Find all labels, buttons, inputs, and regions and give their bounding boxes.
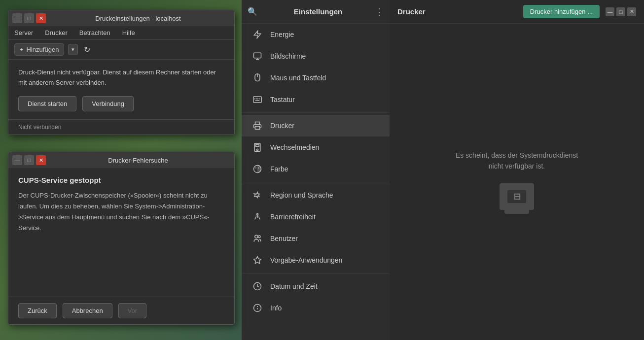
sidebar-item-wechselmedien[interactable]: Wechselmedien xyxy=(242,136,390,158)
svg-marker-22 xyxy=(254,257,261,264)
print-settings-window: — □ ✕ Druckeinstellungen - localhost Ser… xyxy=(8,10,235,135)
tastatur-icon xyxy=(251,94,263,105)
sidebar-item-bildschirme[interactable]: Bildschirme xyxy=(242,45,390,67)
sidebar-item-datum[interactable]: Datum und Zeit xyxy=(242,275,390,297)
print-settings-close[interactable]: ✕ xyxy=(36,13,46,23)
svg-point-15 xyxy=(256,149,258,150)
farbe-icon xyxy=(251,163,263,175)
sidebar-item-farbe[interactable]: Farbe xyxy=(242,158,390,180)
sidebar-item-label-wechselmedien: Wechselmedien xyxy=(270,143,319,151)
sidebar-item-maus[interactable]: Maus und Tastfeld xyxy=(242,67,390,89)
benutzer-icon xyxy=(251,233,263,244)
printer-empty-text: Es scheint, dass der Systemdruckdienst n… xyxy=(456,150,578,172)
settings-menu-icon[interactable]: ⋮ xyxy=(375,6,384,17)
svg-marker-0 xyxy=(254,31,261,38)
print-settings-minimize[interactable]: — xyxy=(12,13,22,23)
printer-close-button[interactable]: ✕ xyxy=(627,7,636,16)
nav-divider-1 xyxy=(242,112,390,113)
error-search-minimize[interactable]: — xyxy=(12,155,22,165)
error-search-title: Drucker-Fehlersuche xyxy=(46,157,230,164)
print-settings-title: Druckeinstellungen - localhost xyxy=(46,15,230,22)
print-settings-statusbar: Nicht verbunden xyxy=(8,119,234,135)
bildschirme-icon xyxy=(251,50,263,62)
sidebar-item-benutzer[interactable]: Benutzer xyxy=(242,228,390,249)
svg-point-21 xyxy=(258,236,261,238)
svg-point-18 xyxy=(258,168,259,169)
search-icon[interactable]: 🔍 xyxy=(248,7,257,16)
printer-window-controls: — □ ✕ xyxy=(606,7,636,16)
region-icon xyxy=(251,189,263,201)
print-settings-maximize[interactable]: □ xyxy=(24,13,34,23)
settings-nav: Energie Bildschirme Maus und Tastfeld Ta… xyxy=(242,24,390,340)
sidebar-item-label-tastatur: Tastatur xyxy=(270,96,295,103)
printer-maximize-button[interactable]: □ xyxy=(616,7,625,16)
dienst-starten-button[interactable]: Dienst starten xyxy=(18,96,76,111)
toolbar-add-button[interactable]: + Hinzufügen xyxy=(14,43,64,56)
printer-error-icon: ⊟ xyxy=(500,183,534,214)
nav-divider-3 xyxy=(242,273,390,273)
error-description: Der CUPS-Drucker-Zwischenspeicher (»Spoo… xyxy=(18,190,224,234)
energie-icon xyxy=(251,29,263,40)
printer-icon-base xyxy=(504,210,529,214)
print-settings-window-controls: — □ ✕ xyxy=(12,13,46,23)
wechselmedien-icon xyxy=(251,141,263,153)
sidebar-item-label-region: Region und Sprache xyxy=(270,191,333,199)
sidebar-item-label-bildschirme: Bildschirme xyxy=(270,52,306,60)
svg-rect-6 xyxy=(253,97,262,102)
printer-header: Drucker Drucker hinzufügen ... — □ ✕ xyxy=(390,0,644,24)
svg-point-20 xyxy=(255,235,258,238)
svg-rect-12 xyxy=(255,127,260,130)
sidebar-item-label-drucker: Drucker xyxy=(270,122,294,130)
svg-rect-1 xyxy=(254,53,261,58)
vorgabe-icon xyxy=(251,254,263,266)
error-search-maximize[interactable]: □ xyxy=(24,155,34,165)
error-window-footer: Zurück Abbrechen Vor xyxy=(8,297,234,324)
sidebar-item-region[interactable]: Region und Sprache xyxy=(242,184,390,206)
nav-divider-2 xyxy=(242,182,390,182)
error-search-window: — □ ✕ Drucker-Fehlersuche CUPS-Service g… xyxy=(8,152,235,325)
svg-point-19 xyxy=(257,213,258,215)
toolbar-refresh-button[interactable]: ↻ xyxy=(82,43,92,56)
printer-icon-screen: ⊟ xyxy=(507,190,526,203)
print-settings-menubar: Server Drucker Betrachten Hilfe xyxy=(8,26,234,40)
print-settings-content: Druck-Dienst nicht verfügbar. Dienst auf… xyxy=(8,60,234,119)
sidebar-item-label-energie: Energie xyxy=(270,31,294,38)
print-error-message: Druck-Dienst nicht verfügbar. Dienst auf… xyxy=(18,68,224,88)
error-search-window-controls: — □ ✕ xyxy=(12,155,46,165)
menu-drucker[interactable]: Drucker xyxy=(43,28,70,37)
sidebar-item-info[interactable]: Info xyxy=(242,297,390,319)
print-settings-toolbar: + Hinzufügen ▾ ↻ xyxy=(8,40,234,60)
toolbar-dropdown-button[interactable]: ▾ xyxy=(68,44,78,55)
svg-rect-14 xyxy=(256,144,259,146)
svg-point-17 xyxy=(255,168,256,169)
toolbar-add-label: Hinzufügen xyxy=(27,46,59,53)
menu-server[interactable]: Server xyxy=(12,28,35,37)
verbindung-button[interactable]: Verbindung xyxy=(82,96,134,111)
menu-hilfe[interactable]: Hilfe xyxy=(120,28,137,37)
back-button[interactable]: Zurück xyxy=(18,303,57,318)
sidebar-item-barrierefreiheit[interactable]: Barrierefreiheit xyxy=(242,206,390,228)
cancel-button[interactable]: Abbrechen xyxy=(63,303,112,318)
sidebar-item-label-vorgabe: Vorgabe-Anwendungen xyxy=(270,256,342,264)
connection-status: Nicht verbunden xyxy=(18,124,61,131)
settings-header: 🔍 Einstellungen ⋮ xyxy=(242,0,390,24)
forward-button[interactable]: Vor xyxy=(118,303,147,318)
sidebar-item-energie[interactable]: Energie xyxy=(242,24,390,45)
print-action-buttons: Dienst starten Verbindung xyxy=(18,96,224,111)
error-search-close[interactable]: ✕ xyxy=(36,155,46,165)
menu-betrachten[interactable]: Betrachten xyxy=(77,28,112,37)
printer-minimize-button[interactable]: — xyxy=(606,7,614,16)
sidebar-item-label-maus: Maus und Tastfeld xyxy=(270,74,326,82)
info-icon xyxy=(251,302,263,314)
maus-icon xyxy=(251,72,263,84)
printer-icon-body: ⊟ xyxy=(500,183,534,210)
sidebar-item-label-benutzer: Benutzer xyxy=(270,235,298,242)
error-title-area: CUPS-Service gestoppt Der CUPS-Drucker-Z… xyxy=(8,168,234,238)
sidebar-item-vorgabe[interactable]: Vorgabe-Anwendungen xyxy=(242,249,390,271)
sidebar-item-label-farbe: Farbe xyxy=(270,165,288,173)
sidebar-item-tastatur[interactable]: Tastatur xyxy=(242,89,390,110)
sidebar-item-label-datum: Datum und Zeit xyxy=(270,282,318,290)
plus-icon: + xyxy=(20,46,24,53)
add-printer-button[interactable]: Drucker hinzufügen ... xyxy=(523,5,600,18)
sidebar-item-drucker[interactable]: Drucker xyxy=(242,115,390,136)
